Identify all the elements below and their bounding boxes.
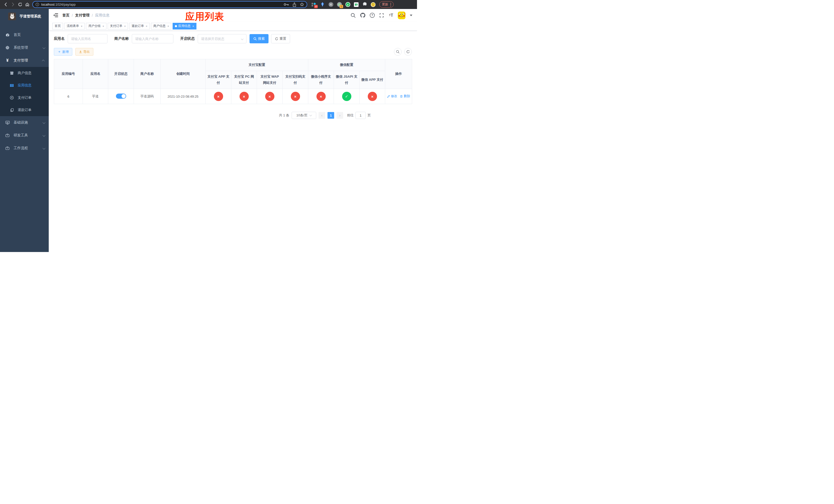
navbar: 首页 / 支付管理 / 应用信息 ? bbox=[49, 9, 417, 22]
logo-avatar bbox=[8, 13, 16, 20]
close-icon[interactable]: × bbox=[124, 25, 126, 28]
tab-home[interactable]: 首页 bbox=[52, 23, 63, 29]
tags-bar: 首页 流程表单× 用户分组× 支付订单× 退款订单× 商户信息× 应用信息× bbox=[49, 22, 417, 31]
caret-down-icon[interactable] bbox=[410, 15, 412, 16]
sidebar-logo[interactable]: 芋道管理系统 bbox=[0, 9, 49, 24]
status-select[interactable] bbox=[198, 34, 246, 43]
tab-refund-order[interactable]: 退款订单× bbox=[129, 23, 150, 29]
sidebar-item-pay-order[interactable]: ¥ 支付订单 bbox=[0, 92, 49, 104]
sidebar-item-workflow[interactable]: 工作流程 bbox=[0, 142, 49, 155]
col-alipay-wap: 支付宝 WAP 网站支付 bbox=[257, 71, 283, 89]
extensions-area: 10 ⌘ 1 y bbox=[311, 2, 376, 7]
fullscreen-icon[interactable] bbox=[379, 13, 385, 18]
close-icon[interactable]: × bbox=[146, 25, 147, 28]
sidebar-item-system[interactable]: 系统管理 bbox=[0, 41, 49, 54]
yen-icon: ¥ bbox=[5, 58, 10, 63]
cell-app-id: 6 bbox=[54, 89, 83, 104]
export-button[interactable]: 导出 bbox=[75, 48, 93, 55]
refresh-button[interactable] bbox=[404, 48, 412, 55]
browser-menu-icon[interactable] bbox=[390, 3, 391, 6]
sidebar-item-merchant-info[interactable]: 商户信息 bbox=[0, 67, 49, 79]
page-number-1[interactable]: 1 bbox=[328, 112, 334, 119]
goto-page-input[interactable] bbox=[355, 112, 366, 119]
sidebar-item-app-info[interactable]: 应用信息 bbox=[0, 79, 49, 92]
tab-app-info[interactable]: 应用信息× bbox=[173, 23, 196, 29]
share-icon[interactable] bbox=[293, 2, 296, 7]
tab-merchant-info[interactable]: 商户信息× bbox=[151, 23, 171, 29]
browser-update-button[interactable]: 更新 bbox=[379, 1, 394, 8]
app-name-input[interactable] bbox=[71, 37, 104, 41]
content: 应用名 商户名称 开启状态 搜索 重置 bbox=[49, 31, 417, 252]
back-icon[interactable] bbox=[2, 1, 9, 8]
extensions-puzzle-icon[interactable] bbox=[362, 2, 367, 7]
col-app-id: 应用编号 bbox=[54, 59, 83, 89]
font-size-icon[interactable]: TT bbox=[388, 13, 394, 18]
breadcrumb: 首页 / 支付管理 / 应用信息 bbox=[62, 13, 110, 18]
key-icon[interactable] bbox=[284, 3, 289, 6]
merchant-name-input[interactable] bbox=[135, 37, 170, 41]
reset-button[interactable]: 重置 bbox=[271, 34, 290, 43]
alipay-app-status-icon: × bbox=[214, 92, 223, 101]
user-avatar[interactable] bbox=[398, 12, 405, 19]
extension-chat-icon[interactable] bbox=[354, 2, 359, 7]
sidebar-item-home[interactable]: 首页 bbox=[0, 28, 49, 41]
tab-pay-order[interactable]: 支付订单× bbox=[108, 23, 128, 29]
briefcase-icon bbox=[5, 146, 10, 150]
extension-emoji-icon[interactable] bbox=[371, 2, 376, 7]
yen-circle-icon: ¥ bbox=[10, 96, 14, 100]
sidebar: 芋道管理系统 首页 系统管理 ¥ bbox=[0, 9, 49, 252]
page-size-select[interactable]: 10条/页 bbox=[291, 112, 316, 119]
close-icon[interactable]: × bbox=[81, 25, 82, 28]
col-alipay-app: 支付宝 APP 支付 bbox=[206, 71, 231, 89]
alipay-pc-status-icon: × bbox=[240, 92, 249, 101]
close-icon[interactable]: × bbox=[192, 25, 194, 28]
tab-process-form[interactable]: 流程表单× bbox=[64, 23, 85, 29]
extension-badge-2: 1 bbox=[339, 5, 343, 8]
sidebar-item-payment[interactable]: ¥ 支付管理 bbox=[0, 54, 49, 67]
sidebar-fold-icon[interactable] bbox=[53, 13, 58, 18]
table-row: 6 芋道 芋道源码 2021-10-23 08:49:25 × × × × × … bbox=[54, 89, 412, 104]
search-button[interactable]: 搜索 bbox=[249, 34, 268, 43]
url-bar[interactable]: localhost:1024/pay/app bbox=[32, 1, 307, 8]
breadcrumb-home[interactable]: 首页 bbox=[62, 13, 69, 18]
extension-command-icon[interactable]: ⌘ bbox=[328, 2, 333, 7]
close-icon[interactable]: × bbox=[102, 25, 104, 28]
bookmark-star-icon[interactable] bbox=[300, 2, 304, 7]
svg-text:¥: ¥ bbox=[11, 96, 13, 99]
delete-button[interactable]: 删除 bbox=[400, 94, 410, 98]
extension-record-icon[interactable]: 1 bbox=[337, 2, 342, 7]
prev-page-button[interactable]: ‹ bbox=[319, 112, 325, 119]
chevron-down-icon bbox=[43, 134, 45, 137]
add-button[interactable]: ＋ 新增 bbox=[54, 48, 72, 55]
extension-y-icon[interactable]: y bbox=[345, 2, 350, 7]
edit-button[interactable]: 修改 bbox=[387, 94, 397, 98]
col-app-name: 应用名 bbox=[83, 59, 108, 89]
payment-submenu: 商户信息 应用信息 ¥ 支付订单 bbox=[0, 67, 49, 116]
svg-text:?: ? bbox=[371, 14, 373, 17]
wechat-jsapi-status-icon: ✓ bbox=[342, 92, 351, 101]
sidebar-item-devtools[interactable]: 研发工具 bbox=[0, 129, 49, 142]
breadcrumb-payment[interactable]: 支付管理 bbox=[75, 13, 89, 18]
chevron-down-icon bbox=[43, 147, 45, 150]
status-select-input[interactable] bbox=[201, 37, 240, 41]
status-toggle[interactable] bbox=[116, 94, 126, 99]
col-wechat-jsapi: 微信 JSAPI 支付 bbox=[334, 71, 359, 89]
extension-diamond-icon[interactable]: 10 bbox=[311, 2, 316, 7]
home-icon[interactable] bbox=[24, 1, 31, 8]
help-icon[interactable]: ? bbox=[369, 13, 375, 18]
search-icon[interactable] bbox=[350, 13, 356, 18]
next-page-button[interactable]: › bbox=[336, 112, 343, 119]
reload-icon[interactable] bbox=[16, 1, 24, 8]
monitor-icon bbox=[5, 120, 10, 125]
tab-user-group[interactable]: 用户分组× bbox=[86, 23, 106, 29]
forward-icon[interactable] bbox=[9, 1, 16, 8]
info-circle-icon[interactable] bbox=[36, 3, 39, 6]
sidebar-item-infra[interactable]: 基础设施 bbox=[0, 116, 49, 129]
close-icon[interactable]: × bbox=[168, 25, 169, 28]
extension-gem-icon[interactable] bbox=[320, 2, 325, 7]
sidebar-item-refund-order[interactable]: 退款订单 bbox=[0, 104, 49, 116]
toggle-search-button[interactable] bbox=[394, 48, 402, 55]
github-icon[interactable] bbox=[360, 13, 366, 18]
grid-icon bbox=[10, 83, 14, 87]
alipay-qr-status-icon: × bbox=[291, 92, 300, 101]
